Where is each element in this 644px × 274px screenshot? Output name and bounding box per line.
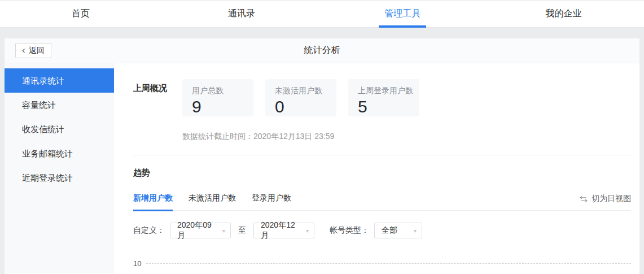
chart-gridline: [146, 263, 631, 264]
start-month-value: 2020年09月: [177, 220, 219, 241]
switch-to-day-view-button[interactable]: 切为日视图: [580, 194, 631, 204]
account-type-label: 帐号类型：: [330, 225, 369, 236]
stat-card-value: 0: [275, 97, 336, 116]
nav-item-label: 首页: [72, 8, 90, 20]
stat-card-last-week-login-users: 上周登录用户数 5: [348, 79, 419, 116]
nav-item-admin-tools[interactable]: 管理工具: [322, 1, 483, 27]
main-panel: ‹ 返回 统计分析 通讯录统计 容量统计 收发信统计 业务邮箱统计 近期登录统计…: [5, 38, 639, 274]
stat-card-label: 用户总数: [192, 86, 253, 96]
nav-item-label: 通讯录: [228, 8, 255, 20]
chevron-down-icon: ▾: [306, 228, 309, 234]
tab-login-users[interactable]: 登录用户数: [252, 193, 291, 210]
nav-item-contacts[interactable]: 通讯录: [161, 1, 322, 27]
stat-card-label: 上周登录用户数: [358, 86, 419, 96]
back-button[interactable]: ‹ 返回: [15, 43, 51, 58]
trend-section: 趋势: [133, 168, 631, 179]
nav-item-home[interactable]: 首页: [0, 1, 161, 27]
end-month-select[interactable]: 2020年12月 ▾: [253, 223, 314, 238]
chevron-down-icon: ▾: [222, 228, 225, 234]
back-button-label: 返回: [29, 46, 45, 56]
stat-card-label: 未激活用户数: [275, 86, 336, 96]
switch-view-label: 切为日视图: [592, 194, 631, 204]
overview-section-title: 上周概况: [133, 79, 182, 116]
filter-row: 自定义： 2020年09月 ▾ 至 2020年12月 ▾ 帐号类型： 全部 ▾: [133, 223, 631, 238]
sidebar-item-capacity-stats[interactable]: 容量统计: [5, 93, 114, 117]
trend-section-title: 趋势: [133, 168, 631, 179]
y-axis-tick-label: 10: [133, 259, 141, 268]
stat-card-value: 5: [358, 97, 419, 116]
chevron-down-icon: ▾: [414, 228, 417, 234]
content-area: 上周概况 用户总数 9 未激活用户数 0 上周登录用户数 5: [114, 63, 639, 273]
nav-item-label: 管理工具: [384, 8, 420, 20]
nav-item-label: 我的企业: [545, 8, 581, 20]
stat-card-value: 9: [192, 97, 253, 116]
page-title: 统计分析: [304, 45, 340, 56]
stat-card-inactive-users: 未激活用户数 0: [265, 79, 336, 116]
start-month-select[interactable]: 2020年09月 ▾: [170, 223, 231, 238]
section-divider: [133, 155, 631, 155]
tab-new-users[interactable]: 新增用户数: [133, 193, 173, 211]
overview-section: 上周概况 用户总数 9 未激活用户数 0 上周登录用户数 5: [133, 79, 631, 116]
sidebar-item-business-mailbox-stats[interactable]: 业务邮箱统计: [5, 141, 114, 166]
sidebar-item-mail-stats[interactable]: 收发信统计: [5, 117, 114, 141]
sidebar-item-recent-login-stats[interactable]: 近期登录统计: [5, 166, 114, 190]
custom-range-label: 自定义：: [133, 225, 165, 236]
chevron-left-icon: ‹: [22, 45, 25, 55]
end-month-value: 2020年12月: [261, 220, 303, 241]
data-cutoff-time: 数据统计截止时间：2020年12月13日 23:59: [182, 132, 631, 142]
swap-arrows-icon: [580, 196, 588, 202]
nav-item-my-company[interactable]: 我的企业: [483, 1, 644, 27]
stat-cards: 用户总数 9 未激活用户数 0 上周登录用户数 5: [182, 79, 419, 116]
account-type-value: 全部: [382, 225, 397, 236]
trend-chart: 10: [133, 259, 631, 268]
active-tab-underline: [379, 25, 426, 28]
sidebar: 通讯录统计 容量统计 收发信统计 业务邮箱统计 近期登录统计: [5, 63, 114, 273]
top-nav-bar: 首页 通讯录 管理工具 我的企业: [0, 0, 644, 28]
panel-body: 通讯录统计 容量统计 收发信统计 业务邮箱统计 近期登录统计 上周概况 用户总数…: [5, 63, 639, 273]
to-label: 至: [238, 225, 246, 236]
stat-card-total-users: 用户总数 9: [182, 79, 253, 116]
trend-tab-bar: 新增用户数 未激活用户数 登录用户数 切为日视图: [133, 193, 631, 211]
tab-inactive-users[interactable]: 未激活用户数: [189, 193, 236, 210]
sidebar-item-contacts-stats[interactable]: 通讯录统计: [5, 68, 114, 93]
panel-header: ‹ 返回 统计分析: [5, 38, 639, 63]
account-type-select[interactable]: 全部 ▾: [374, 223, 422, 238]
